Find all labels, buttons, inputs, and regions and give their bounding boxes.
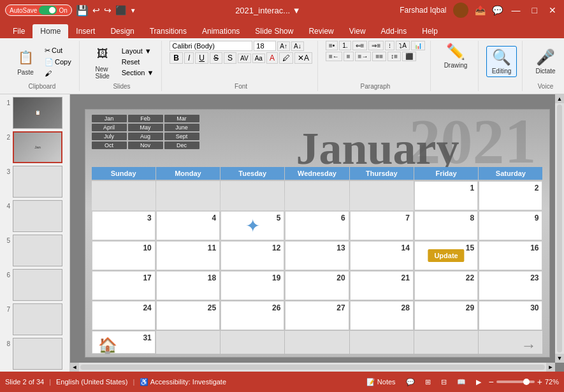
font-size-input[interactable] <box>254 41 276 51</box>
columns-button[interactable]: ⫶ <box>385 41 394 50</box>
scroll-right-button[interactable]: ► <box>546 363 555 372</box>
numbering-button[interactable]: 1. <box>339 41 351 50</box>
cal-cell-w5-fri[interactable]: 29 <box>414 301 478 330</box>
notes-button[interactable]: 📝 Notes <box>364 377 398 388</box>
highlight-button[interactable]: 🖊 <box>279 52 293 64</box>
zoom-in-button[interactable]: + <box>537 377 542 387</box>
zoom-slider[interactable] <box>496 381 535 383</box>
slide-content[interactable]: Jan Feb Mar April May June July Aug Sept… <box>85 109 550 358</box>
align-left-button[interactable]: ≡← <box>326 52 342 61</box>
cal-cell-w4-fri[interactable]: 22 <box>414 271 478 300</box>
tab-animations[interactable]: Animations <box>194 24 247 38</box>
tab-review[interactable]: Review <box>301 24 341 38</box>
line-spacing-button[interactable]: ↕≡ <box>387 52 401 61</box>
italic-button[interactable]: I <box>184 52 194 64</box>
close-btn[interactable]: ✕ <box>546 5 559 15</box>
tab-help[interactable]: Help <box>414 24 445 38</box>
cal-cell-w4-thu[interactable]: 21 <box>350 271 414 300</box>
slide-thumb-8[interactable]: 8 <box>3 338 67 370</box>
slide-thumb-6[interactable]: 6 <box>3 269 67 301</box>
cal-cell-w5-tue[interactable]: 26 <box>221 301 284 330</box>
slide-sorter-button[interactable]: ⊟ <box>438 377 449 388</box>
cal-cell-w3-sun[interactable]: 10 <box>92 241 155 270</box>
mini-april[interactable]: April <box>92 124 127 131</box>
align-center-button[interactable]: ≡ <box>343 52 354 61</box>
char-spacing-button[interactable]: AV <box>238 54 251 63</box>
minimize-btn[interactable]: — <box>509 5 523 15</box>
clear-format-button[interactable]: ✕A <box>294 52 312 64</box>
tab-slideshow[interactable]: Slide Show <box>247 24 301 38</box>
paste-button[interactable]: 📋 Paste <box>10 45 41 78</box>
slide-thumb-4[interactable]: 4 <box>3 200 67 232</box>
mini-mar[interactable]: Mar <box>164 115 199 122</box>
slide-thumbnail-4[interactable] <box>13 200 62 232</box>
tab-insert[interactable]: Insert <box>68 24 103 38</box>
next-arrow-icon[interactable]: → <box>521 337 537 354</box>
present-icon[interactable]: ⬛ <box>115 5 126 15</box>
tab-transitions[interactable]: Transitions <box>142 24 194 38</box>
font-name-input[interactable] <box>170 41 252 51</box>
comments-button[interactable]: 💬 <box>403 377 417 388</box>
copy-button[interactable]: 📄 Copy <box>42 57 74 68</box>
home-icon[interactable]: 🏠 <box>98 337 117 354</box>
undo-icon[interactable]: ↩ <box>92 5 100 15</box>
cal-cell-w4-mon[interactable]: 18 <box>156 271 220 300</box>
cal-cell-w5-wed[interactable]: 27 <box>285 301 349 330</box>
slide-thumbnail-2[interactable]: Jan <box>13 131 62 163</box>
reading-view-button[interactable]: 📖 <box>454 377 468 388</box>
scroll-up-button[interactable]: ▲ <box>555 94 564 103</box>
mini-aug[interactable]: Aug <box>128 133 163 140</box>
scroll-left-button[interactable]: ◄ <box>70 363 79 372</box>
slide-thumbnail-1[interactable]: 📋 <box>13 97 62 129</box>
decrease-indent-button[interactable]: ⇐≡ <box>352 41 368 50</box>
slide-thumb-2[interactable]: 2 Jan <box>3 131 67 163</box>
comment-icon[interactable]: 💬 <box>492 5 503 15</box>
cal-cell-w4-wed[interactable]: 20 <box>285 271 349 300</box>
underline-button[interactable]: U <box>195 52 208 64</box>
increase-font-button[interactable]: A↑ <box>277 41 290 51</box>
autosave-badge[interactable]: AutoSave On <box>5 4 72 16</box>
strikethrough-button[interactable]: S <box>210 52 222 64</box>
slide-thumbnail-5[interactable] <box>13 235 62 266</box>
cal-cell-w3-wed[interactable]: 13 <box>285 241 349 270</box>
vertical-scrollbar[interactable]: ▲ ▼ <box>555 94 564 363</box>
layout-button[interactable]: Layout ▼ <box>119 46 157 56</box>
mini-june[interactable]: June <box>164 124 199 131</box>
scroll-down-button[interactable]: ▼ <box>555 354 564 363</box>
editing-button[interactable]: 🔍 Editing <box>486 46 517 77</box>
zoom-slider-thumb[interactable] <box>523 379 530 385</box>
horizontal-scrollbar[interactable]: ◄ ► <box>70 363 555 372</box>
mini-sept[interactable]: Sept <box>164 133 199 140</box>
tab-home[interactable]: Home <box>33 24 68 38</box>
cal-cell-w1-mon[interactable] <box>156 181 220 210</box>
cal-cell-w3-sat[interactable]: 16 <box>479 241 542 270</box>
quick-access-dropdown[interactable]: ▼ <box>130 7 136 14</box>
slideshow-button[interactable]: ▶ <box>474 377 484 388</box>
redo-icon[interactable]: ↪ <box>104 5 112 15</box>
bullets-button[interactable]: ≡• <box>326 41 338 50</box>
dictate-button[interactable]: 🎤 Dictate <box>530 47 561 76</box>
cal-cell-w3-fri[interactable]: 15 Update <box>414 241 478 270</box>
mini-oct[interactable]: Oct <box>92 142 127 149</box>
slide-panel[interactable]: 1 📋 2 Jan 3 4 5 6 7 <box>0 94 70 372</box>
cal-cell-w5-mon[interactable]: 25 <box>156 301 220 330</box>
decrease-font-button[interactable]: A↓ <box>291 41 304 51</box>
cal-cell-w1-fri[interactable]: 1 <box>414 181 478 210</box>
cal-cell-w3-tue[interactable]: 12 <box>221 241 284 270</box>
slide-thumbnail-6[interactable] <box>13 269 62 301</box>
cal-cell-w3-thu[interactable]: 14 <box>350 241 414 270</box>
tab-design[interactable]: Design <box>103 24 141 38</box>
mini-may[interactable]: May <box>128 124 163 131</box>
slide-thumb-3[interactable]: 3 <box>3 166 67 198</box>
change-case-button[interactable]: Aa <box>252 54 265 63</box>
cal-cell-w1-wed[interactable] <box>285 181 349 210</box>
slide-thumb-7[interactable]: 7 <box>3 303 67 335</box>
section-button[interactable]: Section ▼ <box>119 68 157 78</box>
cal-cell-w2-wed[interactable]: 6 <box>285 211 349 240</box>
cal-cell-w1-sun[interactable] <box>92 181 155 210</box>
text-direction-button[interactable]: ⤵A <box>396 41 410 50</box>
slide-thumb-5[interactable]: 5 <box>3 235 67 266</box>
cal-cell-w5-thu[interactable]: 28 <box>350 301 414 330</box>
cal-cell-w5-sun[interactable]: 24 <box>92 301 155 330</box>
convert-smartart-button[interactable]: 📊 <box>411 41 425 50</box>
